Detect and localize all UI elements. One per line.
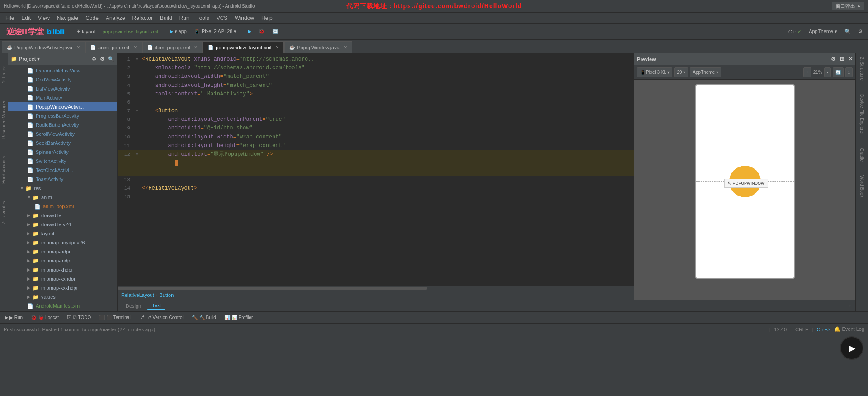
fold-icon[interactable]: ▼	[134, 151, 140, 158]
tree-item[interactable]: 📄 MainActivity	[8, 93, 117, 102]
preview-info-btn[interactable]: ℹ	[845, 67, 853, 77]
tree-item[interactable]: ▶ 📁 drawable	[8, 211, 117, 220]
tab-3[interactable]: 📄popupwindow_layout.xml✕	[203, 41, 284, 53]
header-search[interactable]: 🔍	[108, 56, 114, 62]
tab-close-2[interactable]: ✕	[194, 45, 198, 50]
toolbar-layout-btn[interactable]: ⊞ layout	[74, 26, 98, 38]
tree-item[interactable]: 📄 SeekBarActivity	[8, 138, 117, 148]
tree-item[interactable]: ▶ 📁 values	[8, 292, 117, 301]
tree-item[interactable]: 📄 anim_pop.xml	[8, 202, 117, 211]
settings-btn[interactable]: ⚙	[855, 26, 865, 38]
breadcrumb-button[interactable]: Button	[159, 292, 174, 298]
logcat-btn[interactable]: 🐞 🐞 Logcat	[28, 313, 61, 323]
sync-btn[interactable]: 🔄	[269, 26, 281, 38]
tab-close-1[interactable]: ✕	[133, 45, 137, 50]
tree-item[interactable]: ▶ 📁 mipmap-xxhdpi	[8, 274, 117, 283]
tab-2[interactable]: 📄item_popup.xml✕	[142, 41, 203, 53]
tree-item[interactable]: 📄 ExpandableListView	[8, 66, 117, 75]
right-label-gradle[interactable]: Gradle	[859, 146, 865, 163]
window-btn[interactable]: 窗口弹出 ✕	[832, 2, 864, 10]
left-label-favorites[interactable]: 2: Favorites	[1, 199, 7, 226]
tree-item[interactable]: 📄 ProgressBarActivity	[8, 111, 117, 120]
toolbar-api-btn[interactable]: 📱 Pixel 2 API 28 ▾	[191, 26, 240, 38]
fold-icon[interactable]: ▼	[134, 56, 140, 63]
tree-item[interactable]: 📄 ScrollViewActivity	[8, 129, 117, 138]
tab-close-0[interactable]: ✕	[76, 45, 80, 50]
header-gear[interactable]: ⚙	[92, 56, 96, 62]
tab-0[interactable]: ☕PopupWindowActivity.java✕	[2, 41, 85, 53]
tree-item-selected[interactable]: 📄 PopupWindowActivi...	[8, 102, 117, 111]
tree-item[interactable]: ▶ 📁 mipmap-hdpi	[8, 247, 117, 256]
build-btn[interactable]: 🔨 🔨 Build	[189, 313, 219, 323]
tree-item[interactable]: ▶ 📁 mipmap-anydpi-v26	[8, 238, 117, 247]
tab-design[interactable]: Design	[121, 302, 146, 310]
menu-item-view[interactable]: View	[34, 14, 53, 22]
tree-item[interactable]: ▼ 📁 res	[8, 184, 117, 193]
tree-item[interactable]: 📄 ToastActivity	[8, 175, 117, 184]
menu-item-navigate[interactable]: Navigate	[53, 14, 82, 22]
toolbar-file-btn[interactable]: popupwindow_layout.xml	[100, 26, 161, 38]
header-settings2[interactable]: ⚙	[100, 56, 104, 62]
tree-item[interactable]: 📄 TextClockActivi...	[8, 166, 117, 175]
menu-item-code[interactable]: Code	[82, 14, 102, 22]
todo-btn[interactable]: ☑ ☑ TODO	[64, 313, 94, 323]
tree-item[interactable]: 📄 AndroidManifest.xml	[8, 301, 117, 310]
right-label-device-file[interactable]: Device File Explorer	[859, 92, 865, 136]
tab-4[interactable]: ☕PopupWindow.java✕	[284, 41, 352, 53]
tab-close-4[interactable]: ✕	[344, 45, 347, 50]
tab-text[interactable]: Text	[147, 302, 165, 310]
toolbar-git-btn[interactable]: Git: ✓	[786, 26, 804, 38]
toolbar-app-btn[interactable]: ▶ ▾ app	[167, 26, 189, 38]
menu-item-help[interactable]: Help	[258, 14, 276, 22]
toolbar-theme-btn[interactable]: AppTheme ▾	[806, 26, 840, 38]
preview-theme-btn[interactable]: AppTheme ▾	[690, 67, 721, 77]
menu-item-file[interactable]: File	[2, 14, 18, 22]
floating-video-btn[interactable]: ▶	[840, 336, 863, 360]
menu-item-refactor[interactable]: Refactor	[129, 14, 156, 22]
menu-item-window[interactable]: Window	[231, 14, 258, 22]
menu-item-edit[interactable]: Edit	[18, 14, 34, 22]
menu-item-analyze[interactable]: Analyze	[102, 14, 129, 22]
preview-close-icon[interactable]: ✕	[849, 56, 853, 62]
tree-item[interactable]: ▶ 📁 mipmap-xhdpi	[8, 265, 117, 274]
run-bottom-btn[interactable]: ▶ ▶ Run	[2, 313, 25, 323]
tree-item[interactable]: ▶ 📁 drawable-v24	[8, 220, 117, 229]
tree-item[interactable]: ▶ 📁 test	[8, 310, 117, 311]
tree-item[interactable]: 📄 ListViewActivity	[8, 84, 117, 93]
preview-gear-icon[interactable]: ⚙	[831, 56, 835, 62]
tree-item[interactable]: 📄 SpinnerActivity	[8, 148, 117, 157]
status-event-log[interactable]: 🔔 Event Log	[834, 326, 864, 332]
tree-item[interactable]: ▶ 📁 mipmap-xxxhdpi	[8, 283, 117, 292]
preview-zoom-out-btn[interactable]: -	[824, 67, 831, 77]
fold-icon[interactable]: ▼	[134, 108, 140, 115]
breadcrumb-relativelayout[interactable]: RelativeLayout	[121, 292, 154, 298]
preview-zoom-in-btn[interactable]: +	[803, 67, 811, 77]
search-btn[interactable]: 🔍	[842, 26, 854, 38]
tree-item[interactable]: ▼ 📁 anim	[8, 193, 117, 202]
tab-close-3[interactable]: ✕	[275, 45, 279, 50]
tree-item[interactable]: 📄 GridViewActivity	[8, 75, 117, 84]
tree-item[interactable]: ▶ 📁 mipmap-mdpi	[8, 256, 117, 265]
preview-api-btn[interactable]: 29 ▾	[674, 67, 688, 77]
tab-1[interactable]: 📄anim_pop.xml✕	[85, 41, 142, 53]
left-label-manager[interactable]: Resource Manager	[1, 99, 7, 141]
run-btn[interactable]: ▶	[245, 26, 254, 38]
debug-btn[interactable]: 🐞	[256, 26, 268, 38]
project-header[interactable]: 📁 Project ▾ ⚙ ⚙ 🔍	[8, 53, 117, 65]
code-editor[interactable]: 1 ▼ <RelativeLayout xmlns:android="http:…	[118, 53, 634, 286]
preview-layout-icon[interactable]: ⊞	[840, 56, 844, 62]
tree-item[interactable]: ▶ 📁 layout	[8, 229, 117, 238]
tree-item[interactable]: 📄 SwitchActivity	[8, 157, 117, 166]
menu-item-build[interactable]: Build	[156, 14, 176, 22]
right-label-structure[interactable]: 2: Structure	[859, 55, 865, 82]
menu-item-vcs[interactable]: VCS	[213, 14, 231, 22]
terminal-btn[interactable]: ⬛ ⬛ Terminal	[96, 313, 133, 323]
left-label-variants[interactable]: Build Variants	[1, 154, 7, 186]
horizontal-scrollbar[interactable]	[118, 286, 634, 290]
profiler-btn[interactable]: 📊 📊 Profiler	[222, 313, 255, 323]
preview-refresh-btn[interactable]: 🔄	[833, 67, 844, 77]
preview-device-btn[interactable]: 📱 Pixel 3 XL ▾	[637, 67, 672, 77]
menu-item-run[interactable]: Run	[176, 14, 193, 22]
version-control-btn[interactable]: ⎇ ⎇ Version Control	[136, 313, 186, 323]
right-label-word-book[interactable]: Word Book	[859, 173, 865, 199]
